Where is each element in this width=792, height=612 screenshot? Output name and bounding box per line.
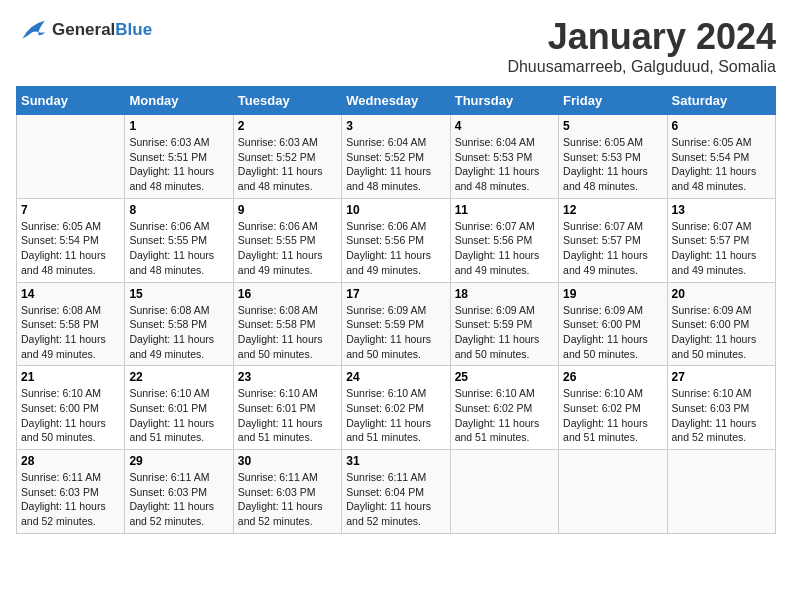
- day-number: 3: [346, 119, 445, 133]
- logo-icon: [16, 16, 48, 44]
- calendar-cell: 13Sunrise: 6:07 AM Sunset: 5:57 PM Dayli…: [667, 198, 775, 282]
- day-info: Sunrise: 6:11 AM Sunset: 6:03 PM Dayligh…: [238, 470, 337, 529]
- day-info: Sunrise: 6:09 AM Sunset: 5:59 PM Dayligh…: [455, 303, 554, 362]
- calendar-cell: 29Sunrise: 6:11 AM Sunset: 6:03 PM Dayli…: [125, 450, 233, 534]
- calendar-cell: 14Sunrise: 6:08 AM Sunset: 5:58 PM Dayli…: [17, 282, 125, 366]
- day-number: 29: [129, 454, 228, 468]
- day-number: 24: [346, 370, 445, 384]
- day-info: Sunrise: 6:08 AM Sunset: 5:58 PM Dayligh…: [238, 303, 337, 362]
- day-number: 21: [21, 370, 120, 384]
- day-info: Sunrise: 6:05 AM Sunset: 5:54 PM Dayligh…: [21, 219, 120, 278]
- day-number: 23: [238, 370, 337, 384]
- day-info: Sunrise: 6:08 AM Sunset: 5:58 PM Dayligh…: [21, 303, 120, 362]
- calendar-cell: 1Sunrise: 6:03 AM Sunset: 5:51 PM Daylig…: [125, 115, 233, 199]
- calendar-cell: [450, 450, 558, 534]
- title-block: January 2024 Dhuusamarreeb, Galguduud, S…: [507, 16, 776, 76]
- calendar-cell: 12Sunrise: 6:07 AM Sunset: 5:57 PM Dayli…: [559, 198, 667, 282]
- day-info: Sunrise: 6:10 AM Sunset: 6:01 PM Dayligh…: [238, 386, 337, 445]
- calendar-cell: 18Sunrise: 6:09 AM Sunset: 5:59 PM Dayli…: [450, 282, 558, 366]
- day-number: 5: [563, 119, 662, 133]
- day-info: Sunrise: 6:04 AM Sunset: 5:53 PM Dayligh…: [455, 135, 554, 194]
- calendar-cell: 20Sunrise: 6:09 AM Sunset: 6:00 PM Dayli…: [667, 282, 775, 366]
- day-number: 31: [346, 454, 445, 468]
- day-info: Sunrise: 6:10 AM Sunset: 6:00 PM Dayligh…: [21, 386, 120, 445]
- day-number: 6: [672, 119, 771, 133]
- column-header-tuesday: Tuesday: [233, 87, 341, 115]
- day-number: 9: [238, 203, 337, 217]
- day-number: 14: [21, 287, 120, 301]
- calendar-table: SundayMondayTuesdayWednesdayThursdayFrid…: [16, 86, 776, 534]
- day-number: 16: [238, 287, 337, 301]
- day-number: 10: [346, 203, 445, 217]
- day-info: Sunrise: 6:11 AM Sunset: 6:03 PM Dayligh…: [21, 470, 120, 529]
- calendar-cell: 17Sunrise: 6:09 AM Sunset: 5:59 PM Dayli…: [342, 282, 450, 366]
- logo-text: GeneralBlue: [52, 20, 152, 40]
- day-info: Sunrise: 6:05 AM Sunset: 5:53 PM Dayligh…: [563, 135, 662, 194]
- calendar-cell: 23Sunrise: 6:10 AM Sunset: 6:01 PM Dayli…: [233, 366, 341, 450]
- day-info: Sunrise: 6:08 AM Sunset: 5:58 PM Dayligh…: [129, 303, 228, 362]
- day-info: Sunrise: 6:03 AM Sunset: 5:51 PM Dayligh…: [129, 135, 228, 194]
- day-info: Sunrise: 6:10 AM Sunset: 6:01 PM Dayligh…: [129, 386, 228, 445]
- calendar-cell: 16Sunrise: 6:08 AM Sunset: 5:58 PM Dayli…: [233, 282, 341, 366]
- day-info: Sunrise: 6:06 AM Sunset: 5:55 PM Dayligh…: [129, 219, 228, 278]
- calendar-cell: 6Sunrise: 6:05 AM Sunset: 5:54 PM Daylig…: [667, 115, 775, 199]
- calendar-cell: 30Sunrise: 6:11 AM Sunset: 6:03 PM Dayli…: [233, 450, 341, 534]
- day-number: 22: [129, 370, 228, 384]
- calendar-cell: [17, 115, 125, 199]
- logo: GeneralBlue: [16, 16, 152, 44]
- calendar-week-row: 28Sunrise: 6:11 AM Sunset: 6:03 PM Dayli…: [17, 450, 776, 534]
- day-number: 4: [455, 119, 554, 133]
- calendar-cell: 10Sunrise: 6:06 AM Sunset: 5:56 PM Dayli…: [342, 198, 450, 282]
- day-number: 11: [455, 203, 554, 217]
- calendar-cell: 25Sunrise: 6:10 AM Sunset: 6:02 PM Dayli…: [450, 366, 558, 450]
- calendar-cell: 8Sunrise: 6:06 AM Sunset: 5:55 PM Daylig…: [125, 198, 233, 282]
- day-number: 2: [238, 119, 337, 133]
- column-header-friday: Friday: [559, 87, 667, 115]
- day-number: 18: [455, 287, 554, 301]
- column-header-sunday: Sunday: [17, 87, 125, 115]
- calendar-cell: 3Sunrise: 6:04 AM Sunset: 5:52 PM Daylig…: [342, 115, 450, 199]
- calendar-cell: 9Sunrise: 6:06 AM Sunset: 5:55 PM Daylig…: [233, 198, 341, 282]
- calendar-cell: 5Sunrise: 6:05 AM Sunset: 5:53 PM Daylig…: [559, 115, 667, 199]
- calendar-cell: 31Sunrise: 6:11 AM Sunset: 6:04 PM Dayli…: [342, 450, 450, 534]
- location-subtitle: Dhuusamarreeb, Galguduud, Somalia: [507, 58, 776, 76]
- day-info: Sunrise: 6:09 AM Sunset: 6:00 PM Dayligh…: [672, 303, 771, 362]
- day-info: Sunrise: 6:06 AM Sunset: 5:56 PM Dayligh…: [346, 219, 445, 278]
- calendar-cell: 24Sunrise: 6:10 AM Sunset: 6:02 PM Dayli…: [342, 366, 450, 450]
- calendar-cell: 21Sunrise: 6:10 AM Sunset: 6:00 PM Dayli…: [17, 366, 125, 450]
- column-header-wednesday: Wednesday: [342, 87, 450, 115]
- calendar-cell: [667, 450, 775, 534]
- day-number: 12: [563, 203, 662, 217]
- day-info: Sunrise: 6:07 AM Sunset: 5:56 PM Dayligh…: [455, 219, 554, 278]
- calendar-header-row: SundayMondayTuesdayWednesdayThursdayFrid…: [17, 87, 776, 115]
- day-info: Sunrise: 6:10 AM Sunset: 6:02 PM Dayligh…: [346, 386, 445, 445]
- day-number: 30: [238, 454, 337, 468]
- day-info: Sunrise: 6:03 AM Sunset: 5:52 PM Dayligh…: [238, 135, 337, 194]
- day-number: 1: [129, 119, 228, 133]
- calendar-week-row: 21Sunrise: 6:10 AM Sunset: 6:00 PM Dayli…: [17, 366, 776, 450]
- calendar-week-row: 14Sunrise: 6:08 AM Sunset: 5:58 PM Dayli…: [17, 282, 776, 366]
- day-info: Sunrise: 6:09 AM Sunset: 6:00 PM Dayligh…: [563, 303, 662, 362]
- day-info: Sunrise: 6:11 AM Sunset: 6:04 PM Dayligh…: [346, 470, 445, 529]
- column-header-saturday: Saturday: [667, 87, 775, 115]
- day-number: 19: [563, 287, 662, 301]
- page-header: GeneralBlue January 2024 Dhuusamarreeb, …: [16, 16, 776, 76]
- calendar-cell: [559, 450, 667, 534]
- calendar-cell: 19Sunrise: 6:09 AM Sunset: 6:00 PM Dayli…: [559, 282, 667, 366]
- day-number: 26: [563, 370, 662, 384]
- day-info: Sunrise: 6:10 AM Sunset: 6:02 PM Dayligh…: [563, 386, 662, 445]
- day-number: 27: [672, 370, 771, 384]
- day-number: 28: [21, 454, 120, 468]
- day-number: 20: [672, 287, 771, 301]
- day-info: Sunrise: 6:11 AM Sunset: 6:03 PM Dayligh…: [129, 470, 228, 529]
- day-number: 25: [455, 370, 554, 384]
- day-info: Sunrise: 6:04 AM Sunset: 5:52 PM Dayligh…: [346, 135, 445, 194]
- day-info: Sunrise: 6:09 AM Sunset: 5:59 PM Dayligh…: [346, 303, 445, 362]
- day-number: 7: [21, 203, 120, 217]
- calendar-cell: 15Sunrise: 6:08 AM Sunset: 5:58 PM Dayli…: [125, 282, 233, 366]
- calendar-cell: 28Sunrise: 6:11 AM Sunset: 6:03 PM Dayli…: [17, 450, 125, 534]
- day-info: Sunrise: 6:05 AM Sunset: 5:54 PM Dayligh…: [672, 135, 771, 194]
- day-info: Sunrise: 6:06 AM Sunset: 5:55 PM Dayligh…: [238, 219, 337, 278]
- column-header-thursday: Thursday: [450, 87, 558, 115]
- day-info: Sunrise: 6:07 AM Sunset: 5:57 PM Dayligh…: [563, 219, 662, 278]
